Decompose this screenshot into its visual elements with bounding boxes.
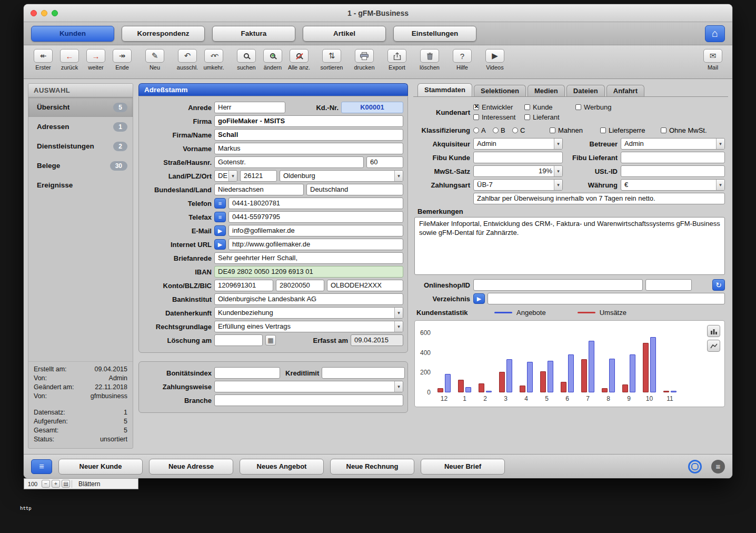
home-button[interactable]: ⌂: [705, 25, 725, 42]
bonitaetsindex-field[interactable]: [214, 367, 280, 379]
toolbar-forward-button[interactable]: → weiter: [83, 49, 109, 71]
tab-anfahrt[interactable]: Anfahrt: [606, 85, 644, 96]
firma-field[interactable]: goFileMaker - MSITS: [214, 115, 403, 127]
toolbar-delete-button[interactable]: löschen: [416, 49, 443, 71]
strasse-field[interactable]: Gotenstr.: [214, 156, 364, 168]
land-select[interactable]: DE: [214, 170, 237, 182]
checkbox-werbung[interactable]: Werbung: [575, 103, 725, 111]
options-menu-button[interactable]: ≡: [711, 460, 725, 473]
toolbar-export-button[interactable]: Export: [384, 49, 410, 71]
staat-field[interactable]: Deutschland: [306, 184, 403, 195]
checkbox-mahnen[interactable]: Mahnen: [550, 126, 600, 134]
bar-chart-button[interactable]: [707, 325, 720, 337]
checkbox-liefersperre[interactable]: Liefersperre: [600, 126, 661, 134]
toolbar-omit-button[interactable]: ↶ ausschl.: [174, 49, 201, 71]
checkbox-interessent[interactable]: Interessent: [473, 113, 524, 121]
toolbar-new-button[interactable]: ✎ Neu: [142, 49, 168, 71]
telefon-list-button[interactable]: ≡: [214, 198, 226, 209]
checkbox-ohne-mwst[interactable]: Ohne MwSt.: [661, 126, 707, 134]
list-view-button[interactable]: ≡: [31, 459, 52, 474]
mode-selector[interactable]: Blättern: [72, 480, 137, 488]
tab-stammdaten[interactable]: Stammdaten: [417, 83, 472, 96]
checkbox-lieferant[interactable]: Lieferant: [524, 113, 575, 121]
hausnummer-field[interactable]: 60: [366, 156, 403, 168]
neues-angebot-button[interactable]: Neues Angebot: [240, 459, 324, 475]
bankinstitut-field[interactable]: Oldenburgische Landesbank AG: [214, 293, 403, 305]
window-mode-button[interactable]: [688, 460, 702, 473]
sidebar-item-belege[interactable]: Belege 30: [28, 156, 133, 175]
ort-select[interactable]: Oldenburg: [280, 170, 403, 182]
ustid-field[interactable]: [621, 165, 725, 177]
sidebar-item-uebersicht[interactable]: Übersicht 5: [28, 97, 133, 117]
datenherkunft-select[interactable]: Kundenbeziehung: [214, 307, 403, 319]
plz-field[interactable]: 26121: [240, 170, 277, 182]
toolbar-videos-button[interactable]: ▶ Videos: [482, 49, 508, 71]
branche-field[interactable]: [214, 394, 403, 406]
blz-field[interactable]: 28020050: [276, 280, 324, 291]
toolbar-first-button[interactable]: ↞ Erster: [30, 49, 56, 71]
telefon-field[interactable]: 0441-18020781: [228, 198, 403, 209]
tab-faktura[interactable]: Faktura: [212, 26, 295, 42]
tab-korrespondenz[interactable]: Korrespondenz: [122, 26, 205, 42]
checkbox-kunde[interactable]: Kunde: [524, 103, 575, 111]
bundesland-field[interactable]: Niedersachsen: [214, 184, 304, 195]
zahlungsweise-select[interactable]: [214, 381, 403, 392]
tab-dateien[interactable]: Dateien: [566, 85, 605, 96]
briefanrede-field[interactable]: Sehr geehrter Herr Schall,: [214, 252, 403, 264]
akquisiteur-select[interactable]: Admin: [473, 138, 563, 150]
radio-c[interactable]: C: [512, 126, 532, 134]
onlineshop-id-field[interactable]: [645, 279, 692, 291]
tab-medien[interactable]: Medien: [528, 85, 565, 96]
sidebar-item-ereignisse[interactable]: Ereignisse: [28, 175, 133, 195]
shop-sync-button[interactable]: ↻: [712, 279, 725, 291]
calendar-button[interactable]: ▦: [265, 335, 276, 346]
neue-adresse-button[interactable]: Neue Adresse: [149, 459, 233, 475]
betreuer-select[interactable]: Admin: [621, 138, 725, 150]
minimize-button[interactable]: [41, 10, 47, 16]
toolbar-modify-find-button[interactable]: ändern: [260, 49, 286, 71]
tab-kunden[interactable]: Kunden: [31, 26, 114, 42]
zahlungsbedingung-field[interactable]: Zahlbar per Überweisung innerhalb von 7 …: [473, 193, 725, 204]
toolbar-last-button[interactable]: ↠ Ende: [109, 49, 135, 71]
fibu-lieferant-field[interactable]: [621, 152, 725, 163]
sidebar-item-adressen[interactable]: Adressen 1: [28, 117, 133, 136]
loeschung-field[interactable]: [214, 334, 263, 346]
radio-a[interactable]: A: [473, 126, 493, 134]
email-open-button[interactable]: ▶: [214, 225, 226, 236]
tab-einstellungen[interactable]: Einstellungen: [393, 26, 476, 42]
toolbar-help-button[interactable]: ? Hilfe: [449, 49, 475, 71]
verzeichnis-field[interactable]: [488, 293, 725, 304]
neue-rechnung-button[interactable]: Neue Rechnung: [330, 459, 414, 475]
neuer-brief-button[interactable]: Neuer Brief: [421, 459, 505, 475]
sidebar-item-dienstleistungen[interactable]: Dienstleistungen 2: [28, 136, 133, 156]
close-button[interactable]: [31, 10, 37, 16]
email-field[interactable]: info@gofilemaker.de: [228, 225, 403, 236]
fibu-kunde-field[interactable]: [473, 152, 563, 163]
zoom-in-button[interactable]: +: [52, 480, 60, 488]
waehrung-select[interactable]: €: [621, 179, 725, 191]
zoom-button[interactable]: [52, 10, 58, 16]
tab-selektionen[interactable]: Selektionen: [474, 85, 526, 96]
toolbar-sort-button[interactable]: ⇅ sortieren: [319, 49, 345, 71]
toolbar-omit-invert-button[interactable]: ↶↶ umkehr.: [201, 49, 227, 71]
verzeichnis-open-button[interactable]: ▶: [473, 293, 485, 304]
status-toolbar-toggle[interactable]: ▤: [62, 480, 70, 488]
konto-field[interactable]: 1209691301: [214, 280, 273, 291]
zahlungsart-select[interactable]: ÜB-7: [473, 179, 563, 191]
url-field[interactable]: http://www.gofilemaker.de: [228, 239, 403, 250]
kundennummer-field[interactable]: K00001: [341, 102, 403, 113]
telefax-list-button[interactable]: ≡: [214, 212, 226, 222]
rechtsgrundlage-select[interactable]: Erfüllung eines Vertrags: [214, 321, 403, 332]
radio-b[interactable]: B: [493, 126, 512, 134]
anrede-field[interactable]: Herr: [214, 102, 285, 113]
kreditlimit-field[interactable]: [322, 367, 405, 379]
mwst-select[interactable]: 19%: [473, 165, 563, 177]
iban-field[interactable]: DE49 2802 0050 1209 6913 01: [214, 266, 403, 278]
vorname-field[interactable]: Markus: [214, 143, 403, 154]
telefax-field[interactable]: 0441-55979795: [228, 211, 403, 223]
toolbar-mail-button[interactable]: ✉ Mail: [700, 49, 726, 71]
toolbar-print-button[interactable]: drucken: [351, 49, 377, 71]
zoom-out-button[interactable]: −: [42, 480, 50, 488]
checkbox-entwickler[interactable]: Entwickler: [473, 103, 524, 111]
toolbar-show-all-button[interactable]: Alle anz.: [286, 49, 312, 71]
